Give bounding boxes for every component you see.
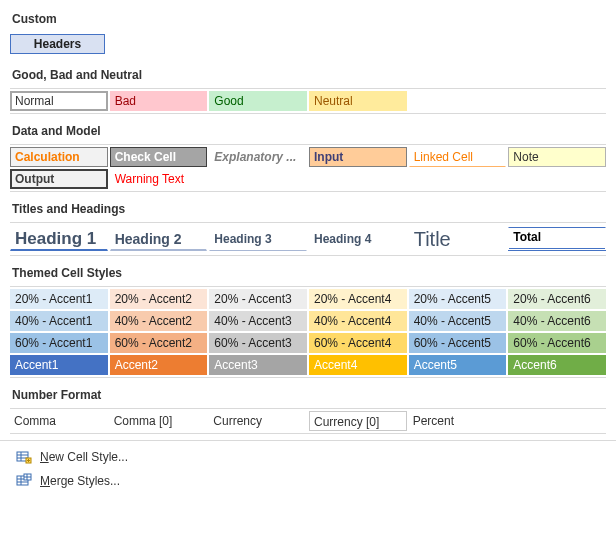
section-title-dm: Data and Model xyxy=(10,120,606,144)
style-linked-cell[interactable]: Linked Cell xyxy=(409,147,507,167)
section-body-th: Heading 1 Heading 2 Heading 3 Heading 4 … xyxy=(10,222,606,256)
style-heading-2[interactable]: Heading 2 xyxy=(110,227,208,251)
style-note[interactable]: Note xyxy=(508,147,606,167)
style-20-accent3[interactable]: 20% - Accent3 xyxy=(209,289,307,309)
style-60-accent2[interactable]: 60% - Accent2 xyxy=(110,333,208,353)
menu-new-cell-style[interactable]: New Cell Style... xyxy=(10,445,606,469)
merge-styles-icon xyxy=(16,473,32,489)
section-title-themed: Themed Cell Styles xyxy=(10,262,606,286)
style-60-accent1[interactable]: 60% - Accent1 xyxy=(10,333,108,353)
style-input[interactable]: Input xyxy=(309,147,407,167)
style-normal[interactable]: Normal xyxy=(10,91,108,111)
style-60-accent4[interactable]: 60% - Accent4 xyxy=(309,333,407,353)
new-cell-style-icon xyxy=(16,449,32,465)
style-heading-3[interactable]: Heading 3 xyxy=(209,227,307,251)
style-60-accent5[interactable]: 60% - Accent5 xyxy=(409,333,507,353)
style-accent4[interactable]: Accent4 xyxy=(309,355,407,375)
section-body-dm: Calculation Check Cell Explanatory ... I… xyxy=(10,144,606,192)
style-60-accent3[interactable]: 60% - Accent3 xyxy=(209,333,307,353)
style-check-cell[interactable]: Check Cell xyxy=(110,147,208,167)
style-20-accent6[interactable]: 20% - Accent6 xyxy=(508,289,606,309)
section-dm: Data and Model Calculation Check Cell Ex… xyxy=(10,120,606,192)
style-currency[interactable]: Currency xyxy=(209,411,307,431)
style-percent[interactable]: Percent xyxy=(409,411,507,431)
style-accent5[interactable]: Accent5 xyxy=(409,355,507,375)
style-40-accent2[interactable]: 40% - Accent2 xyxy=(110,311,208,331)
style-output[interactable]: Output xyxy=(10,169,108,189)
style-heading-1[interactable]: Heading 1 xyxy=(10,227,108,251)
style-comma[interactable]: Comma xyxy=(10,411,108,431)
style-good[interactable]: Good xyxy=(209,91,307,111)
section-title-nf: Number Format xyxy=(10,384,606,408)
section-title-th: Titles and Headings xyxy=(10,198,606,222)
section-body-themed: 20% - Accent1 20% - Accent2 20% - Accent… xyxy=(10,286,606,378)
style-neutral[interactable]: Neutral xyxy=(309,91,407,111)
style-comma-0[interactable]: Comma [0] xyxy=(110,411,208,431)
style-calculation[interactable]: Calculation xyxy=(10,147,108,167)
style-20-accent1[interactable]: 20% - Accent1 xyxy=(10,289,108,309)
style-40-accent3[interactable]: 40% - Accent3 xyxy=(209,311,307,331)
style-accent2[interactable]: Accent2 xyxy=(110,355,208,375)
section-nf: Number Format Comma Comma [0] Currency C… xyxy=(10,384,606,434)
style-40-accent6[interactable]: 40% - Accent6 xyxy=(508,311,606,331)
section-body-gbn: Normal Bad Good Neutral xyxy=(10,88,606,114)
style-accent1[interactable]: Accent1 xyxy=(10,355,108,375)
style-60-accent6[interactable]: 60% - Accent6 xyxy=(508,333,606,353)
menu-label: Merge Styles... xyxy=(40,474,120,488)
style-40-accent1[interactable]: 40% - Accent1 xyxy=(10,311,108,331)
style-currency-0[interactable]: Currency [0] xyxy=(309,411,407,431)
menu-merge-styles[interactable]: Merge Styles... xyxy=(10,469,606,493)
style-bad[interactable]: Bad xyxy=(110,91,208,111)
section-custom: Custom Headers xyxy=(10,8,606,58)
style-20-accent4[interactable]: 20% - Accent4 xyxy=(309,289,407,309)
style-warning-text[interactable]: Warning Text xyxy=(110,169,208,189)
style-40-accent4[interactable]: 40% - Accent4 xyxy=(309,311,407,331)
style-40-accent5[interactable]: 40% - Accent5 xyxy=(409,311,507,331)
footer-separator xyxy=(0,440,616,441)
style-20-accent2[interactable]: 20% - Accent2 xyxy=(110,289,208,309)
style-20-accent5[interactable]: 20% - Accent5 xyxy=(409,289,507,309)
style-total[interactable]: Total xyxy=(508,227,606,251)
section-body-custom: Headers xyxy=(10,32,606,58)
style-headers[interactable]: Headers xyxy=(10,34,105,54)
style-accent3[interactable]: Accent3 xyxy=(209,355,307,375)
section-themed: Themed Cell Styles 20% - Accent1 20% - A… xyxy=(10,262,606,378)
section-th: Titles and Headings Heading 1 Heading 2 … xyxy=(10,198,606,256)
style-accent6[interactable]: Accent6 xyxy=(508,355,606,375)
style-explanatory[interactable]: Explanatory ... xyxy=(209,147,307,167)
section-body-nf: Comma Comma [0] Currency Currency [0] Pe… xyxy=(10,408,606,434)
section-title-custom: Custom xyxy=(10,8,606,32)
section-title-gbn: Good, Bad and Neutral xyxy=(10,64,606,88)
section-gbn: Good, Bad and Neutral Normal Bad Good Ne… xyxy=(10,64,606,114)
menu-label: New Cell Style... xyxy=(40,450,128,464)
style-title[interactable]: Title xyxy=(409,227,507,251)
style-heading-4[interactable]: Heading 4 xyxy=(309,227,407,251)
